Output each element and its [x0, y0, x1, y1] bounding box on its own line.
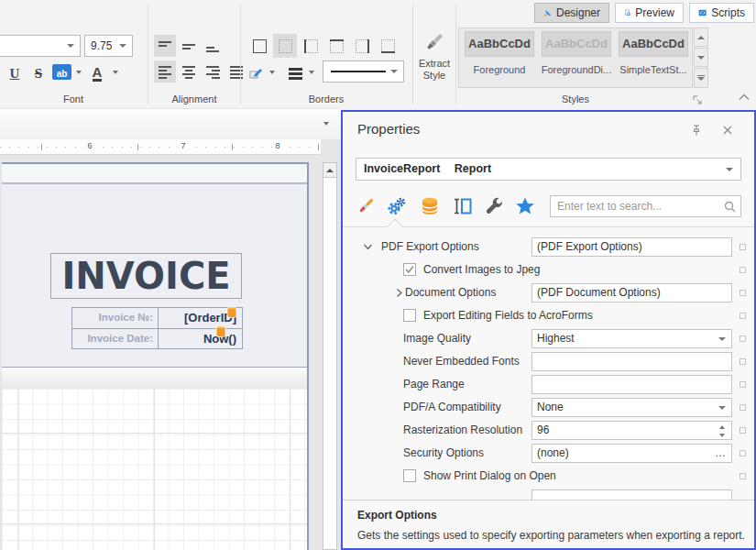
align-center-button[interactable]: [178, 60, 200, 82]
property-editor[interactable]: (none)…: [531, 444, 732, 463]
property-checkbox[interactable]: [403, 309, 416, 322]
pin-icon[interactable]: [690, 124, 703, 137]
highlight-dropdown-icon[interactable]: [76, 71, 82, 74]
collapse-ribbon-chevron-icon[interactable]: [739, 94, 750, 101]
property-state-marker[interactable]: [740, 244, 746, 250]
underline-button[interactable]: U: [4, 62, 26, 84]
property-search-box[interactable]: [550, 195, 741, 217]
border-bottom-icon: [381, 39, 395, 53]
designer-view-button[interactable]: Designer: [534, 3, 609, 23]
property-row[interactable]: Convert Images to Jpeg: [343, 258, 754, 281]
spin-buttons[interactable]: [718, 424, 728, 438]
property-row[interactable]: Document Options(PDF Document Options): [343, 281, 754, 304]
report-page[interactable]: INVOICE Invoice №: [OrderID] Invoice Dat…: [2, 162, 309, 550]
chevron-down-icon[interactable]: [363, 242, 373, 252]
property-row[interactable]: Never Embedded Fonts: [343, 350, 754, 373]
property-row[interactable]: PDF/A CompatibilityNone: [343, 396, 754, 419]
band-separator[interactable]: [2, 367, 307, 389]
strikethrough-button[interactable]: S: [27, 62, 49, 84]
behavior-tab-gears-icon[interactable]: [387, 196, 407, 216]
align-justify-button[interactable]: [225, 60, 247, 82]
strip-dropdown-icon[interactable]: [323, 122, 329, 126]
top-margin-band[interactable]: [2, 164, 307, 184]
data-tab-database-icon[interactable]: [420, 196, 440, 216]
align-left-button[interactable]: [154, 60, 176, 82]
border-bottom-button[interactable]: [376, 34, 400, 58]
font-color-button[interactable]: A: [86, 62, 108, 84]
gallery-scroll-up-button[interactable]: [694, 28, 708, 47]
detail-band-grid[interactable]: [2, 389, 307, 550]
layout-tab-icon[interactable]: [453, 196, 473, 216]
favorites-tab-star-icon[interactable]: [515, 196, 535, 216]
property-row[interactable]: Page Range: [343, 373, 754, 396]
property-checkbox[interactable]: [403, 263, 416, 276]
property-row[interactable]: Show Print Dialog on Open: [343, 465, 754, 488]
property-state-marker[interactable]: [740, 290, 746, 296]
property-checkbox[interactable]: [403, 469, 416, 482]
style-item-simpletextst[interactable]: AaBbCcDd SimpleTextSt...: [617, 31, 690, 86]
border-color-button[interactable]: [246, 61, 268, 83]
field-binding-database-icon[interactable]: [226, 306, 237, 319]
close-icon[interactable]: [721, 124, 734, 137]
font-name-combo[interactable]: [0, 35, 81, 57]
property-row[interactable]: Rasterization Resolution96: [343, 419, 754, 442]
font-size-combo[interactable]: 9.75: [84, 35, 133, 57]
border-left-button[interactable]: [299, 34, 323, 58]
border-all-button[interactable]: [247, 34, 271, 58]
property-editor[interactable]: 96: [531, 421, 732, 440]
align-bottom-button[interactable]: [202, 35, 224, 57]
ellipsis-button[interactable]: …: [715, 445, 727, 462]
property-row[interactable]: Image QualityHighest: [343, 327, 754, 350]
property-row[interactable]: PDF Export Options(PDF Export Options): [343, 236, 754, 258]
property-row[interactable]: Security Options(none)…: [343, 442, 754, 465]
tools-tab-wrench-icon[interactable]: [484, 196, 504, 216]
field-binding-database-icon[interactable]: [215, 325, 226, 338]
property-state-marker[interactable]: [740, 313, 746, 319]
property-editor[interactable]: None: [531, 398, 732, 417]
property-state-marker[interactable]: [740, 427, 746, 434]
chevron-down-icon[interactable]: [718, 406, 726, 410]
gallery-expand-button[interactable]: [694, 68, 708, 88]
preview-view-button[interactable]: Preview: [615, 3, 684, 23]
property-row[interactable]: Export Editing Fields to AcroForms: [343, 304, 754, 327]
border-top-button[interactable]: [324, 34, 348, 58]
font-color-dropdown-icon[interactable]: [113, 71, 118, 74]
align-middle-button[interactable]: [178, 35, 200, 57]
chevron-down-icon[interactable]: [718, 337, 726, 341]
property-state-marker[interactable]: [740, 381, 746, 388]
gallery-scroll-down-button[interactable]: [694, 48, 708, 67]
border-none-button[interactable]: [273, 34, 297, 58]
line-weight-dropdown-icon[interactable]: [309, 71, 314, 74]
style-item-foreground[interactable]: AaBbCcDd Foreground: [463, 31, 536, 86]
property-state-marker[interactable]: [740, 358, 746, 365]
horizontal-ruler[interactable]: 6 7 8: [0, 139, 321, 155]
invoice-title-control[interactable]: INVOICE: [50, 253, 242, 299]
property-editor[interactable]: (PDF Document Options): [531, 283, 732, 302]
styles-dialog-launcher-icon[interactable]: [693, 95, 702, 104]
property-state-marker[interactable]: [740, 450, 746, 456]
extract-style-button[interactable]: Extract Style: [414, 30, 455, 87]
chevron-right-icon[interactable]: [394, 288, 404, 298]
border-right-button[interactable]: [350, 34, 374, 58]
scrollbar-up-button[interactable]: [323, 163, 336, 178]
search-input[interactable]: [551, 196, 718, 216]
property-state-marker[interactable]: [740, 473, 746, 479]
highlight-color-button[interactable]: ab: [52, 64, 71, 80]
scripts-view-button[interactable]: Scripts: [689, 3, 754, 23]
property-state-marker[interactable]: [740, 267, 746, 273]
line-style-combo[interactable]: [323, 60, 404, 82]
style-item-foregrounddi[interactable]: AaBbCcDd ForegroundDi...: [540, 31, 613, 86]
property-editor[interactable]: [531, 352, 732, 371]
vertical-scrollbar[interactable]: [323, 162, 337, 550]
property-state-marker[interactable]: [740, 336, 746, 342]
property-editor[interactable]: (PDF Export Options): [531, 237, 732, 257]
property-editor[interactable]: Highest: [531, 329, 732, 348]
property-editor[interactable]: [531, 375, 732, 394]
appearance-tab-brush-icon[interactable]: [356, 196, 376, 216]
property-state-marker[interactable]: [740, 404, 746, 411]
align-right-button[interactable]: [202, 60, 224, 82]
border-color-dropdown-icon[interactable]: [269, 71, 275, 74]
line-weight-button[interactable]: [284, 61, 306, 83]
align-top-button[interactable]: [154, 35, 176, 57]
selected-control-combo[interactable]: InvoiceReport Report: [356, 158, 741, 181]
